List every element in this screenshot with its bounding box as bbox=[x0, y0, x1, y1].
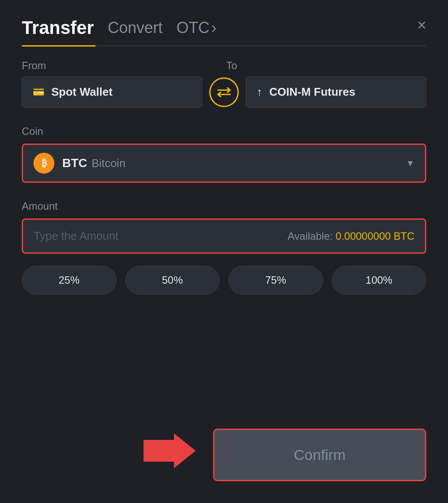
confirm-button[interactable]: Confirm bbox=[213, 429, 426, 481]
coin-chevron-icon: ▼ bbox=[406, 158, 415, 168]
tab-transfer[interactable]: Transfer bbox=[22, 17, 94, 38]
svg-text:₿: ₿ bbox=[42, 158, 47, 168]
from-label: From bbox=[22, 60, 222, 72]
coin-section-label: Coin bbox=[22, 125, 426, 137]
arrow-indicator bbox=[144, 429, 196, 481]
bottom-area: Confirm bbox=[22, 416, 426, 481]
percent-50-button[interactable]: 50% bbox=[125, 266, 220, 295]
futures-wallet-icon: ↑ bbox=[257, 85, 262, 99]
swap-icon bbox=[216, 87, 232, 98]
to-label: To bbox=[222, 60, 426, 72]
modal-container: Transfer Convert OTC › × From To 💳 Spot … bbox=[0, 0, 448, 503]
swap-button[interactable] bbox=[209, 77, 239, 107]
coin-dropdown[interactable]: ₿ BTC Bitcoin ▼ bbox=[22, 144, 426, 183]
amount-placeholder: Type the Amount bbox=[33, 229, 118, 243]
spot-wallet-icon: 💳 bbox=[33, 87, 44, 98]
percent-75-button[interactable]: 75% bbox=[228, 266, 323, 295]
amount-section-label: Amount bbox=[22, 200, 426, 212]
percent-row: 25% 50% 75% 100% bbox=[22, 266, 426, 295]
to-wallet-label: COIN-M Futures bbox=[269, 85, 355, 99]
percent-100-button[interactable]: 100% bbox=[332, 266, 427, 295]
coin-name: Bitcoin bbox=[92, 157, 126, 170]
btc-icon: ₿ bbox=[33, 153, 54, 174]
tab-convert[interactable]: Convert bbox=[108, 19, 163, 37]
to-wallet-selector[interactable]: ↑ COIN-M Futures bbox=[246, 76, 426, 108]
available-label: Available: bbox=[288, 230, 333, 242]
amount-input[interactable]: Type the Amount Available: 0.00000000 BT… bbox=[22, 218, 426, 254]
close-button[interactable]: × bbox=[417, 17, 426, 33]
wallet-row: 💳 Spot Wallet ↑ COIN-M Futures bbox=[22, 76, 426, 108]
from-wallet-selector[interactable]: 💳 Spot Wallet bbox=[22, 76, 202, 108]
coin-symbol: BTC bbox=[62, 156, 87, 170]
tab-underline-rest bbox=[96, 45, 426, 47]
from-wallet-label: Spot Wallet bbox=[51, 85, 113, 99]
otc-chevron-icon: › bbox=[211, 19, 217, 37]
percent-25-button[interactable]: 25% bbox=[22, 266, 117, 295]
active-tab-underline bbox=[22, 45, 96, 47]
tab-underline-container bbox=[22, 45, 426, 47]
from-to-labels: From To bbox=[22, 60, 426, 72]
svg-marker-1 bbox=[144, 433, 196, 468]
available-balance: Available: 0.00000000 BTC bbox=[288, 230, 415, 242]
header: Transfer Convert OTC › × bbox=[22, 17, 426, 38]
swap-button-container bbox=[202, 77, 246, 107]
tab-otc[interactable]: OTC › bbox=[177, 19, 217, 37]
available-value: 0.00000000 BTC bbox=[336, 230, 415, 242]
